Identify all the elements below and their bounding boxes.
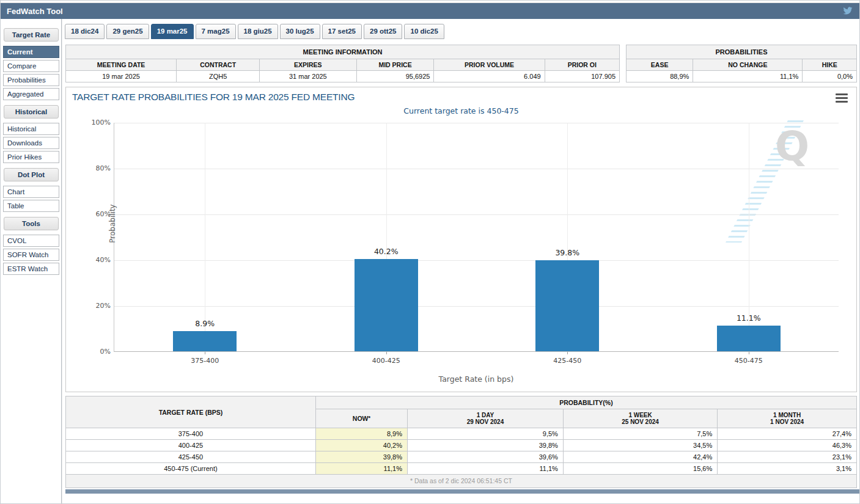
week-cell: 42,4%	[563, 451, 717, 463]
y-tick-label: 80%	[74, 164, 111, 172]
table-row: 375-400 8,9% 9,5% 7,5% 27,4%	[66, 428, 857, 440]
quikstrike-watermark-q: Q	[775, 126, 809, 167]
content: MEETING INFORMATION MEETING DATE CONTRAC…	[62, 39, 860, 494]
col-target-rate-bps: TARGET RATE (BPS)	[66, 396, 316, 428]
y-tick-label: 20%	[74, 302, 111, 310]
sidebar-item-estr-watch[interactable]: ESTR Watch	[3, 263, 59, 275]
contract-value: ZQH5	[177, 71, 260, 82]
sidebar-item-downloads[interactable]: Downloads	[3, 137, 59, 149]
sidebar-item-historical[interactable]: Historical	[3, 123, 59, 135]
prior-volume-value: 6.049	[434, 71, 545, 82]
sidebar-item-aggregated[interactable]: Aggregated	[3, 88, 59, 100]
x-category-label: 450-475	[735, 357, 763, 365]
now-cell: 11,1%	[315, 463, 407, 475]
tab-18-giu25[interactable]: 18 giu25	[238, 24, 278, 39]
bar-value-label: 11.1%	[737, 313, 761, 323]
sidebar-item-current[interactable]: Current	[3, 46, 59, 58]
app-title: FedWatch Tool	[7, 7, 63, 16]
col-mid-price: MID PRICE	[356, 59, 434, 71]
info-tables-row: MEETING INFORMATION MEETING DATE CONTRAC…	[65, 45, 860, 82]
tab-10-dic25[interactable]: 10 dic25	[404, 24, 444, 39]
rate-cell: 425-450	[66, 451, 316, 463]
sidebar: Target Rate Current Compare Probabilitie…	[1, 19, 62, 504]
y-gridline	[114, 260, 839, 261]
tab-17-set25[interactable]: 17 set25	[322, 24, 362, 39]
probabilities-title: PROBABILITIES	[627, 45, 857, 59]
x-tick	[205, 352, 205, 354]
col-1-week: 1 WEEK25 NOV 2024	[563, 409, 717, 428]
tab-19-mar25[interactable]: 19 mar25	[151, 24, 194, 39]
tab-29-gen25[interactable]: 29 gen25	[106, 24, 149, 39]
ease-value: 88,9%	[627, 71, 693, 82]
target-rate-probabilities-chart: TARGET RATE PROBABILITIES FOR 19 MAR 202…	[65, 87, 857, 392]
sidebar-item-chart[interactable]: Chart	[3, 186, 59, 198]
sidebar-header-tools[interactable]: Tools	[4, 217, 59, 230]
now-label: NOW	[353, 415, 369, 422]
x-gridline	[205, 123, 205, 351]
y-gridline	[114, 123, 839, 123]
month-cell: 27,4%	[718, 428, 857, 440]
x-category-label: 375-400	[191, 357, 219, 365]
y-tick-label: 40%	[74, 256, 111, 264]
sidebar-item-prior-hikes[interactable]: Prior Hikes	[3, 151, 59, 163]
expires-value: 31 mar 2025	[260, 71, 357, 82]
col-group-probability: PROBABILITY(%)	[315, 396, 856, 409]
sidebar-item-compare[interactable]: Compare	[3, 60, 59, 72]
col-1-day-date: 29 NOV 2024	[411, 418, 559, 425]
sidebar-item-probabilities[interactable]: Probabilities	[3, 74, 59, 86]
rate-cell: 450-475 (Current)	[66, 463, 316, 475]
x-category-label: 400-425	[372, 357, 400, 365]
day-cell: 39,8%	[407, 440, 563, 451]
chart-menu-icon[interactable]	[836, 93, 848, 104]
tab-7-mag25[interactable]: 7 mag25	[196, 24, 236, 39]
main-area: 18 dic24 29 gen25 19 mar25 7 mag25 18 gi…	[62, 19, 860, 504]
month-cell: 23,1%	[718, 451, 857, 463]
col-1-day-label: 1 DAY	[411, 412, 559, 418]
week-cell: 34,5%	[563, 440, 717, 451]
sidebar-item-cvol[interactable]: CVOL	[3, 235, 59, 247]
col-1-week-label: 1 WEEK	[567, 412, 713, 418]
rate-cell: 400-425	[66, 440, 316, 451]
table-row: 400-425 40,2% 39,8% 34,5% 46,3%	[66, 440, 857, 451]
probability-detail-table-wrap: TARGET RATE (BPS) PROBABILITY(%) NOW* 1 …	[65, 396, 857, 488]
col-no-change: NO CHANGE	[693, 59, 803, 71]
y-gridline	[114, 306, 839, 307]
meeting-date-tabs: 18 dic24 29 gen25 19 mar25 7 mag25 18 gi…	[62, 19, 860, 39]
day-cell: 39,6%	[407, 451, 563, 463]
now-asterisk: *	[369, 415, 371, 421]
data-as-of-footnote: * Data as of 2 dic 2024 06:51:45 CT	[65, 475, 857, 488]
no-change-value: 11,1%	[693, 71, 803, 82]
bar-value-label: 40.2%	[374, 247, 399, 256]
sidebar-header-historical[interactable]: Historical	[4, 105, 59, 119]
bar-value-label: 39.8%	[555, 248, 579, 257]
tab-18-dic24[interactable]: 18 dic24	[65, 24, 105, 39]
meeting-date-value: 19 mar 2025	[66, 71, 177, 82]
y-gridline	[114, 214, 839, 215]
col-1-week-date: 25 NOV 2024	[567, 418, 713, 425]
col-1-month-label: 1 MONTH	[721, 412, 853, 418]
y-axis-title: Probability	[108, 187, 117, 260]
col-ease: EASE	[627, 59, 693, 71]
sidebar-item-sofr-watch[interactable]: SOFR Watch	[3, 249, 59, 261]
month-cell: 46,3%	[718, 440, 857, 451]
chart-subtitle: Current target rate is 450-475	[66, 106, 856, 115]
table-row: 450-475 (Current) 11,1% 11,1% 15,6% 3,1%	[66, 463, 857, 475]
col-1-month: 1 MONTH1 NOV 2024	[718, 409, 857, 428]
y-tick-label: 0%	[74, 348, 111, 356]
sidebar-header-target-rate[interactable]: Target Rate	[4, 28, 59, 42]
probability-bar	[535, 260, 599, 351]
now-cell: 40,2%	[315, 440, 407, 451]
sidebar-item-table[interactable]: Table	[3, 200, 59, 212]
bar-value-label: 8.9%	[195, 319, 215, 328]
col-1-day: 1 DAY29 NOV 2024	[407, 409, 563, 428]
hike-value: 0,0%	[803, 71, 857, 82]
twitter-icon[interactable]	[842, 6, 853, 16]
month-cell: 3,1%	[718, 463, 857, 475]
sidebar-header-dot-plot[interactable]: Dot Plot	[4, 168, 59, 181]
y-tick-label: 100%	[74, 119, 111, 126]
day-cell: 11,1%	[407, 463, 563, 475]
fedwatch-page: FedWatch Tool Target Rate Current Compar…	[0, 0, 860, 504]
col-meeting-date: MEETING DATE	[66, 59, 177, 71]
tab-30-lug25[interactable]: 30 lug25	[280, 24, 320, 39]
tab-29-ott25[interactable]: 29 ott25	[364, 24, 402, 39]
